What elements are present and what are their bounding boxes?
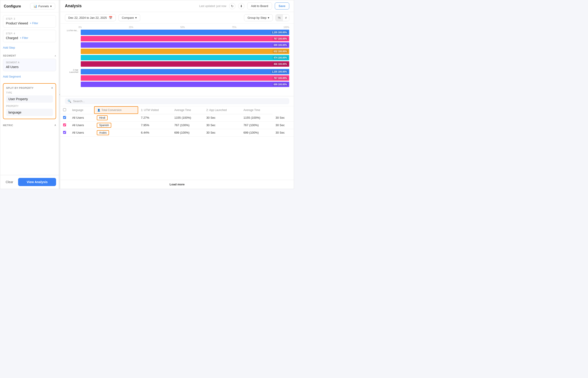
chevron-down-icon: ▾	[135, 16, 137, 19]
bar: 699 100.00%	[81, 42, 289, 48]
chevron-down-icon: ▾	[268, 16, 269, 19]
bar-row: 699 100.00%	[81, 81, 289, 87]
step-box: STEP: 4 Charged + Filter	[3, 30, 56, 42]
metric-section: METRIC ∧	[3, 123, 56, 127]
step-box: STEP: 3 Product Viewed + Filter	[3, 15, 56, 27]
segment-collapse-icon[interactable]: ∧	[55, 54, 56, 57]
th-segment	[60, 106, 69, 114]
bar-row: 632 100.00%	[81, 48, 289, 54]
last-updated-text: Last updated: just now	[199, 4, 226, 8]
data-table: language👤Total Conversion1: UTM VisitedA…	[60, 106, 294, 136]
chart-row-group: 1:UTM Visi...1,155 100.00%767 100.00%699…	[65, 29, 289, 67]
bar: 767 100.00%	[81, 75, 289, 81]
type-value[interactable]: User Property	[6, 95, 53, 103]
bar: 1,155 100.00%	[81, 69, 289, 74]
add-segment-button[interactable]: Add Segment	[3, 73, 21, 80]
th-total-conversion: 👤Total Conversion	[94, 106, 138, 114]
bar: 632 100.00%	[81, 49, 289, 54]
steps-container: STEP: 3 Product Viewed + Filter STEP: 4 …	[3, 15, 56, 42]
view-toggle: % #	[275, 14, 289, 21]
date-picker-button[interactable]: Dec 22, 2024 to Jan 22, 2025 📅	[65, 14, 116, 21]
view-analysis-button[interactable]: View Analysis	[18, 178, 56, 186]
table-row: All UsersArabic6.44%699 (100%)30 Sec699 …	[60, 129, 294, 136]
analysis-title: Analysis	[65, 4, 82, 8]
table-section: 🔍 Search... language👤Total Conversion1: …	[60, 96, 294, 189]
th-1:-utm-visited: 1: UTM Visited	[138, 106, 171, 114]
chart-controls: Dec 22, 2024 to Jan 22, 2025 📅 Compare ▾…	[60, 12, 294, 24]
table-wrapper: language👤Total Conversion1: UTM VisitedA…	[60, 106, 294, 180]
property-value[interactable]: language	[6, 109, 53, 116]
bar-row: 466 100.00%	[81, 61, 289, 67]
bar: 699 100.00%	[81, 81, 289, 87]
chart-axis: 0% 25% 50% 75% 100%	[65, 26, 289, 28]
select-all-checkbox[interactable]	[63, 108, 66, 111]
hash-view-button[interactable]: #	[283, 14, 289, 21]
compare-button[interactable]: Compare ▾	[119, 14, 140, 21]
th-average-time: Average Time	[241, 106, 273, 114]
add-to-board-button[interactable]: Add to Board	[247, 2, 272, 10]
filter-button[interactable]: + Filter	[20, 36, 28, 40]
table-header: language👤Total Conversion1: UTM VisitedA…	[60, 106, 294, 114]
table-row: All UsersSpanish7.95%767 (100%)30 Sec767…	[60, 122, 294, 129]
left-panel: Configure 📊 Funnels ▾ STEP: 3 Product Vi…	[0, 0, 59, 189]
th-average-time: Average Time	[172, 106, 204, 114]
bar-row: 1,155 100.00%	[81, 29, 289, 35]
bar-row: 767 100.00%	[81, 36, 289, 41]
table-body: All UsersHindi7.27%1155 (100%)30 Sec1155…	[60, 114, 294, 136]
split-by-property-section: SPLIT BY PROPERTY ∧ TYPE User Property P…	[3, 83, 56, 119]
load-more-button[interactable]: Load more	[60, 180, 294, 189]
chart-container: 1:UTM Visi...1,155 100.00%767 100.00%699…	[65, 29, 289, 90]
percent-view-button[interactable]: %	[276, 14, 283, 21]
bar-row: 1,155 100.00%	[81, 69, 289, 75]
split-section-header: SPLIT BY PROPERTY ∧	[6, 86, 53, 89]
collapse-icon[interactable]: ‹	[59, 93, 60, 96]
chart-row-group: 2:App Launched1,155 100.00%767 100.00%69…	[65, 69, 289, 87]
metric-section-header: METRIC ∧	[3, 124, 56, 127]
bar-row: 474 100.00%	[81, 55, 289, 61]
segment-section-header: SEGMENT ∧	[3, 54, 56, 57]
clear-button[interactable]: Clear	[3, 178, 16, 186]
right-panel: Analysis Last updated: just now ↻ ⬇ Add …	[60, 0, 294, 189]
configure-title: Configure	[4, 4, 21, 8]
calendar-icon: 📅	[109, 16, 112, 19]
row-checkbox-2[interactable]	[63, 131, 66, 134]
save-button[interactable]: Save	[275, 2, 289, 10]
left-footer: Clear View Analysis	[0, 175, 59, 189]
row-checkbox-0[interactable]	[63, 116, 66, 119]
bar: 466 100.00%	[81, 61, 289, 67]
left-header: Configure 📊 Funnels ▾	[0, 0, 59, 13]
bar: 474 100.00%	[81, 55, 289, 60]
add-step-button[interactable]: Add Step	[3, 44, 15, 51]
right-header: Analysis Last updated: just now ↻ ⬇ Add …	[60, 0, 294, 12]
search-icon: 🔍	[68, 99, 71, 103]
metric-collapse-icon[interactable]: ∧	[54, 124, 56, 127]
bar-chart-icon: 📊	[33, 4, 37, 8]
row-checkbox-1[interactable]	[63, 123, 66, 126]
split-collapse-icon[interactable]: ∧	[51, 86, 53, 89]
search-input-container[interactable]: 🔍 Search...	[65, 98, 289, 104]
left-content: STEP: 3 Product Viewed + Filter STEP: 4 …	[0, 13, 59, 175]
table-row: All UsersHindi7.27%1155 (100%)30 Sec1155…	[60, 114, 294, 122]
bar-row: 699 100.00%	[81, 42, 289, 48]
funnels-button[interactable]: 📊 Funnels ▾	[30, 3, 55, 10]
refresh-button[interactable]: ↻	[229, 3, 235, 9]
table-search: 🔍 Search...	[60, 96, 294, 106]
bar: 767 100.00%	[81, 36, 289, 41]
download-button[interactable]: ⬇	[238, 3, 245, 9]
header-actions: Last updated: just now ↻ ⬇ Add to Board …	[199, 2, 289, 10]
filter-button[interactable]: + Filter	[30, 22, 38, 25]
bar: 1,155 100.00%	[81, 30, 289, 35]
th-language: language	[69, 106, 94, 114]
chevron-down-icon: ▾	[50, 4, 52, 8]
chart-area: 0% 25% 50% 75% 100% 1:UTM Visi...1,155 1…	[60, 24, 294, 96]
bar-row: 767 100.00%	[81, 75, 289, 81]
th-2:-app-launched: 2: App Launched	[204, 106, 241, 114]
segment-box: SEGMENT: A All Users	[3, 59, 56, 71]
group-by-button[interactable]: Group by Step ▾	[244, 14, 273, 21]
